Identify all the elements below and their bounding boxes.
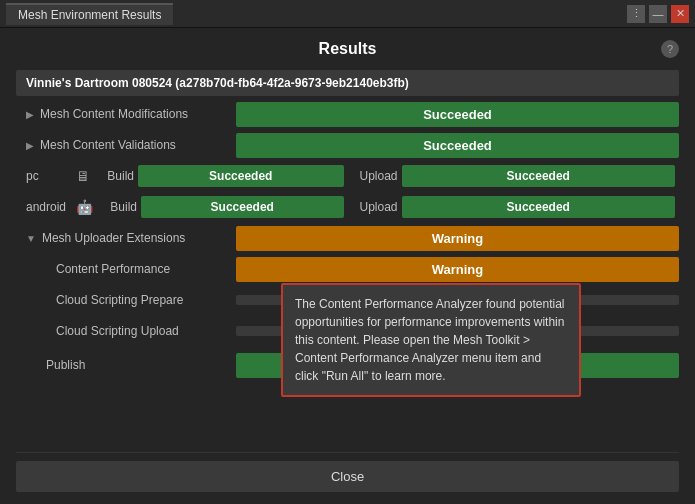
- pc-build-section: pc 🖥 Build Succeeded: [16, 165, 348, 187]
- mesh-uploader-extensions-status: Warning: [236, 226, 679, 251]
- title-bar-left: Mesh Environment Results: [6, 3, 173, 25]
- android-row: android 🤖 Build Succeeded Upload Succeed…: [16, 193, 679, 221]
- pc-upload-label: Upload: [348, 169, 398, 183]
- mesh-content-modifications-row: ▶ Mesh Content Modifications Succeeded: [16, 100, 679, 128]
- mesh-uploader-extensions-label: ▼ Mesh Uploader Extensions: [16, 231, 236, 245]
- title-bar-controls: ⋮ — ✕: [627, 5, 689, 23]
- android-upload-label: Upload: [348, 200, 398, 214]
- results-header: Results ?: [16, 40, 679, 58]
- content-performance-status: Warning: [236, 257, 679, 282]
- mesh-content-modifications-label: ▶ Mesh Content Modifications: [16, 107, 236, 121]
- build-id-row: Vinnie's Dartroom 080524 (a278b70d-fb64-…: [16, 70, 679, 96]
- results-title: Results: [319, 40, 377, 58]
- close-section: Close: [16, 452, 679, 492]
- content-performance-label: Content Performance: [46, 262, 236, 276]
- pc-upload-status: Succeeded: [402, 165, 676, 187]
- pc-build-status: Succeeded: [138, 165, 344, 187]
- pc-platform-label: pc: [16, 169, 76, 183]
- android-build-status: Succeeded: [141, 196, 344, 218]
- help-icon[interactable]: ?: [661, 40, 679, 58]
- arrow-right-icon-2: ▶: [26, 140, 34, 151]
- window-close-button[interactable]: ✕: [671, 5, 689, 23]
- android-build-section: android 🤖 Build Succeeded: [16, 196, 348, 218]
- main-content: Results ? Vinnie's Dartroom 080524 (a278…: [0, 28, 695, 504]
- android-build-label: Build: [93, 200, 137, 214]
- arrow-right-icon: ▶: [26, 109, 34, 120]
- tooltip-popup: The Content Performance Analyzer found p…: [281, 283, 581, 397]
- build-id-text: Vinnie's Dartroom 080524 (a278b70d-fb64-…: [26, 76, 409, 90]
- tooltip-text: The Content Performance Analyzer found p…: [295, 297, 565, 383]
- android-upload-section: Upload Succeeded: [348, 196, 680, 218]
- arrow-down-icon: ▼: [26, 233, 36, 244]
- cloud-scripting-prepare-label: Cloud Scripting Prepare: [46, 293, 236, 307]
- mesh-content-validations-label: ▶ Mesh Content Validations: [16, 138, 236, 152]
- mesh-content-modifications-status: Succeeded: [236, 102, 679, 127]
- warning-section: Content Performance Warning The Content …: [16, 255, 679, 348]
- content-performance-row: Content Performance Warning: [16, 255, 679, 283]
- tab-label: Mesh Environment Results: [18, 8, 161, 22]
- mesh-uploader-extensions-row: ▼ Mesh Uploader Extensions Warning: [16, 224, 679, 252]
- cloud-scripting-upload-label: Cloud Scripting Upload: [46, 324, 236, 338]
- title-bar: Mesh Environment Results ⋮ — ✕: [0, 0, 695, 28]
- minimize-button[interactable]: —: [649, 5, 667, 23]
- close-button[interactable]: Close: [16, 461, 679, 492]
- pc-icon: 🖥: [76, 168, 90, 184]
- android-upload-status: Succeeded: [402, 196, 676, 218]
- mesh-content-validations-row: ▶ Mesh Content Validations Succeeded: [16, 131, 679, 159]
- title-tab: Mesh Environment Results: [6, 3, 173, 25]
- mesh-content-validations-status: Succeeded: [236, 133, 679, 158]
- publish-label: Publish: [16, 358, 236, 372]
- android-platform-label: android: [16, 200, 76, 214]
- pc-row: pc 🖥 Build Succeeded Upload Succeeded: [16, 162, 679, 190]
- android-icon: 🤖: [76, 199, 93, 215]
- more-options-button[interactable]: ⋮: [627, 5, 645, 23]
- pc-upload-section: Upload Succeeded: [348, 165, 680, 187]
- pc-build-label: Build: [90, 169, 134, 183]
